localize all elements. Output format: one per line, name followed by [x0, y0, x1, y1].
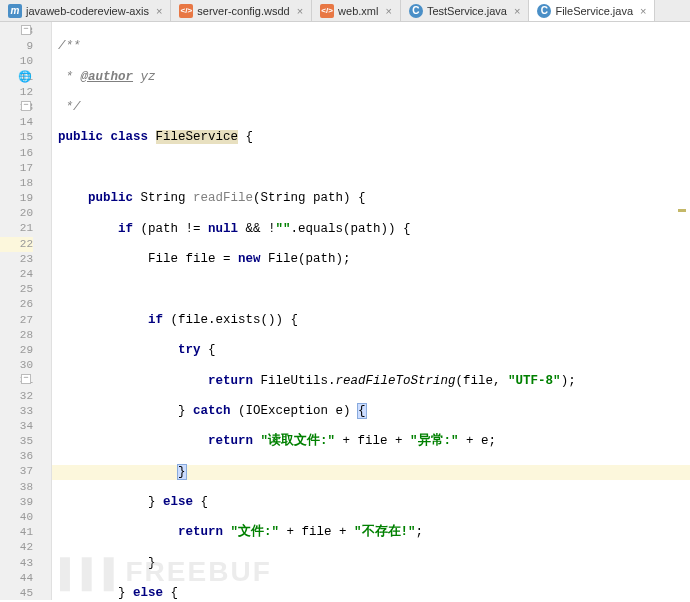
line-number: 45 [0, 586, 33, 601]
tab-label: FileService.java [555, 5, 633, 17]
line-number: 42 [0, 540, 33, 555]
class-icon: C [409, 4, 423, 18]
line-number: 25 [0, 282, 33, 297]
xml-icon: </> [320, 4, 334, 18]
minimap-marker [678, 209, 686, 212]
line-number: 17 [0, 161, 33, 176]
line-number: 37 [0, 464, 33, 479]
line-number: 8− [0, 24, 33, 39]
line-number: 10 [0, 54, 33, 69]
close-icon[interactable]: × [514, 5, 520, 17]
line-number: 36 [0, 449, 33, 464]
line-number: 21 [0, 221, 33, 236]
fold-icon[interactable]: − [21, 101, 31, 111]
tab-fileservice[interactable]: C FileService.java × [529, 0, 655, 21]
line-number: 32 [0, 389, 33, 404]
line-number: 33 [0, 404, 33, 419]
line-number: 9 [0, 39, 33, 54]
tab-label: TestService.java [427, 5, 507, 17]
line-number: 34 [0, 419, 33, 434]
line-number: 41 [0, 525, 33, 540]
maven-icon: m [8, 4, 22, 18]
line-number: 22 [0, 237, 33, 252]
tab-label: javaweb-codereview-axis [26, 5, 149, 17]
line-number: 13− [0, 100, 33, 115]
line-number: 31− [0, 373, 33, 388]
line-number: 27 [0, 313, 33, 328]
line-number: 20 [0, 206, 33, 221]
tab-web-xml[interactable]: </> web.xml × [312, 0, 401, 21]
line-number: 29 [0, 343, 33, 358]
line-number: 12 [0, 85, 33, 100]
gutter: 8− 9 10 11🌐 12 13− 14 15 16 17 18 19 20 … [0, 22, 52, 600]
line-number: 23 [0, 252, 33, 267]
tab-label: server-config.wsdd [197, 5, 289, 17]
tab-server-config[interactable]: </> server-config.wsdd × [171, 0, 312, 21]
fold-icon[interactable]: − [21, 25, 31, 35]
line-number: 39 [0, 495, 33, 510]
editor-tabs: m javaweb-codereview-axis × </> server-c… [0, 0, 690, 22]
close-icon[interactable]: × [156, 5, 162, 17]
line-number: 35 [0, 434, 33, 449]
line-number: 14 [0, 115, 33, 130]
line-number: 40 [0, 510, 33, 525]
line-number: 24 [0, 267, 33, 282]
close-icon[interactable]: × [640, 5, 646, 17]
tab-testservice[interactable]: C TestService.java × [401, 0, 530, 21]
line-number: 44 [0, 571, 33, 586]
line-number: 38 [0, 480, 33, 495]
globe-icon: 🌐 [18, 70, 32, 85]
line-number: 15 [0, 130, 33, 145]
xml-icon: </> [179, 4, 193, 18]
minimap[interactable] [678, 24, 688, 594]
class-icon: C [537, 4, 551, 18]
code-area[interactable]: /** * @author yz */ public class FileSer… [52, 22, 690, 600]
line-number: 18 [0, 176, 33, 191]
close-icon[interactable]: × [385, 5, 391, 17]
fold-icon[interactable]: − [21, 374, 31, 384]
line-number: 43 [0, 556, 33, 571]
line-number: 26 [0, 297, 33, 312]
code-editor[interactable]: 8− 9 10 11🌐 12 13− 14 15 16 17 18 19 20 … [0, 22, 690, 600]
line-number: 19 [0, 191, 33, 206]
line-number: 16 [0, 146, 33, 161]
close-icon[interactable]: × [297, 5, 303, 17]
line-number: 30 [0, 358, 33, 373]
tab-javaweb-codereview[interactable]: m javaweb-codereview-axis × [0, 0, 171, 21]
line-number: 11🌐 [0, 70, 33, 85]
line-number: 28 [0, 328, 33, 343]
tab-label: web.xml [338, 5, 378, 17]
